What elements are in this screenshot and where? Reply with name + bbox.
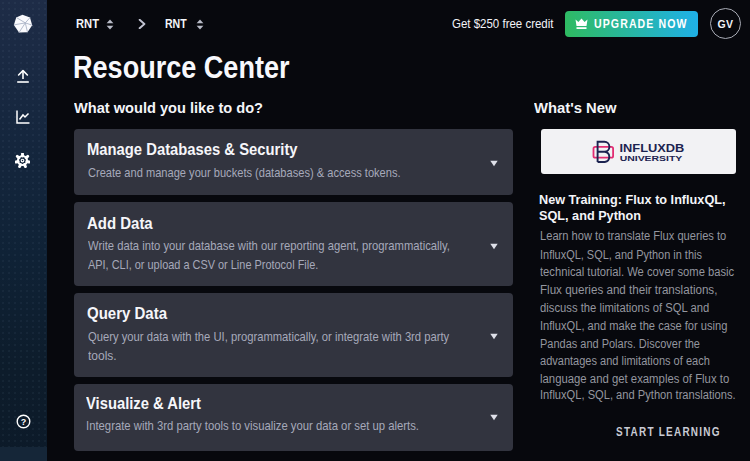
svg-text:INFLUXDB: INFLUXDB [620,142,685,154]
svg-text:?: ? [21,417,27,427]
svg-text:UNIVERSITY: UNIVERSITY [620,154,683,163]
